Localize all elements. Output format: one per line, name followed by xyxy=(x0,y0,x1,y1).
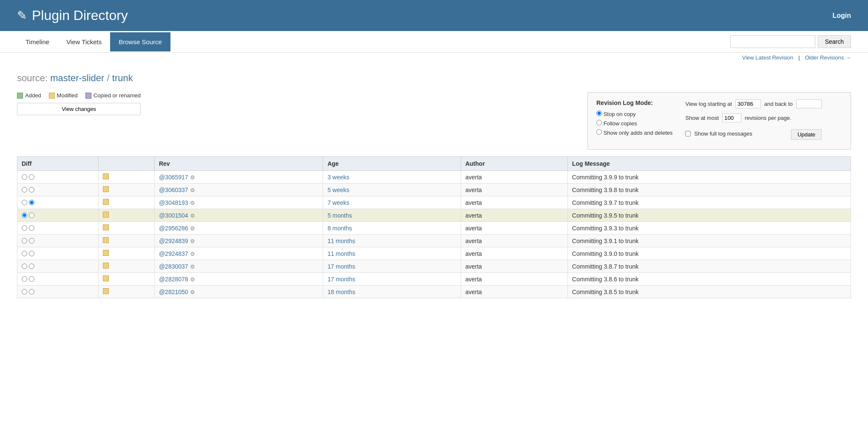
source-branch-link[interactable]: trunk xyxy=(112,73,133,83)
radio-from[interactable] xyxy=(22,187,27,193)
search-input[interactable] xyxy=(730,35,815,48)
age-link[interactable]: 8 months xyxy=(327,225,352,232)
gear-icon[interactable]: ⚙ xyxy=(190,212,195,219)
update-button[interactable]: Update xyxy=(791,129,822,140)
radio-follow-copies[interactable]: Follow copies xyxy=(596,120,672,127)
diff-radios xyxy=(22,212,94,218)
rev-cell: @3048193 ⚙ xyxy=(154,196,323,209)
revision-log-inner: Revision Log Mode: Stop on copy Follow c… xyxy=(596,99,842,142)
radio-to[interactable] xyxy=(29,200,34,205)
radio-follow-copies-input[interactable] xyxy=(596,120,602,125)
rev-link[interactable]: @3065917 xyxy=(159,174,188,181)
radio-to[interactable] xyxy=(29,251,34,256)
tab-browse-source[interactable]: Browse Source xyxy=(110,32,170,51)
tab-timeline[interactable]: Timeline xyxy=(17,32,58,51)
gear-icon[interactable]: ⚙ xyxy=(190,238,195,244)
diff-cell xyxy=(17,209,99,222)
radio-from[interactable] xyxy=(22,238,27,244)
radio-from[interactable] xyxy=(22,225,27,231)
radio-from[interactable] xyxy=(22,200,27,205)
age-link[interactable]: 17 months xyxy=(327,276,355,283)
age-link[interactable]: 11 months xyxy=(327,238,355,244)
author-cell: averta xyxy=(461,286,567,298)
radio-from[interactable] xyxy=(22,289,27,295)
rev-link[interactable]: @2828078 xyxy=(159,276,188,283)
gear-icon[interactable]: ⚙ xyxy=(190,225,195,232)
gear-icon[interactable]: ⚙ xyxy=(190,276,195,283)
rev-link[interactable]: @2830037 xyxy=(159,263,188,270)
rev-link[interactable]: @3060337 xyxy=(159,187,188,193)
rev-link[interactable]: @2924839 xyxy=(159,238,188,244)
radio-stop-on-copy[interactable]: Stop on copy xyxy=(596,110,672,117)
legend-added-box xyxy=(17,93,23,99)
table-row: @3001504 ⚙5 monthsavertaCommitting 3.9.5… xyxy=(17,209,851,222)
radio-from[interactable] xyxy=(22,276,27,282)
radio-only-adds-deletes[interactable]: Show only adds and deletes xyxy=(596,129,672,136)
col-diff: Diff xyxy=(17,157,99,171)
revisions-per-page-label: revisions per page. xyxy=(745,115,791,121)
radio-from[interactable] xyxy=(22,174,27,180)
view-changes-button[interactable]: View changes xyxy=(17,103,141,115)
revision-links: View Latest Revision | Older Revisions → xyxy=(0,53,868,64)
age-link[interactable]: 7 weeks xyxy=(327,199,349,206)
modified-icon xyxy=(103,263,109,269)
login-link[interactable]: Login xyxy=(832,12,851,20)
gear-icon[interactable]: ⚙ xyxy=(190,187,195,193)
diff-cell xyxy=(17,235,99,247)
modified-icon xyxy=(103,199,109,205)
icon-cell xyxy=(99,222,154,235)
table-header: Diff Rev Age Author Log Message xyxy=(17,157,851,171)
gear-icon[interactable]: ⚙ xyxy=(190,289,195,295)
rev-link[interactable]: @2924837 xyxy=(159,250,188,257)
radio-to[interactable] xyxy=(29,264,34,269)
rev-cell: @2821050 ⚙ xyxy=(154,286,323,298)
age-cell: 11 months xyxy=(323,247,461,260)
radio-from[interactable] xyxy=(22,251,27,256)
radio-to[interactable] xyxy=(29,187,34,193)
modified-icon xyxy=(103,288,109,294)
rev-link[interactable]: @2821050 xyxy=(159,289,188,295)
gear-icon[interactable]: ⚙ xyxy=(190,264,195,270)
age-link[interactable]: 11 months xyxy=(327,250,355,257)
gear-icon[interactable]: ⚙ xyxy=(190,251,195,257)
source-plugin-link[interactable]: master-slider xyxy=(50,73,104,83)
source-path: source: master-slider / trunk xyxy=(17,73,851,84)
view-log-input[interactable] xyxy=(735,99,761,108)
log-message-cell: Committing 3.8.7 to trunk xyxy=(567,260,851,273)
logo-icon: ✎ xyxy=(17,8,27,23)
age-link[interactable]: 17 months xyxy=(327,263,355,270)
rev-link[interactable]: @2956286 xyxy=(159,225,188,232)
age-link[interactable]: 5 months xyxy=(327,212,352,219)
radio-to[interactable] xyxy=(29,276,34,282)
show-full-log-checkbox[interactable] xyxy=(685,131,691,136)
age-link[interactable]: 3 weeks xyxy=(327,174,349,181)
radio-only-adds-deletes-input[interactable] xyxy=(596,129,602,135)
radio-to[interactable] xyxy=(29,225,34,231)
gear-icon[interactable]: ⚙ xyxy=(190,200,195,206)
radio-to[interactable] xyxy=(29,174,34,180)
radio-to[interactable] xyxy=(29,238,34,244)
radio-to[interactable] xyxy=(29,289,34,295)
radio-from[interactable] xyxy=(22,264,27,269)
diff-radios xyxy=(22,174,94,180)
gear-icon[interactable]: ⚙ xyxy=(190,174,195,181)
log-message-cell: Committing 3.8.6 to trunk xyxy=(567,273,851,286)
view-latest-revision-link[interactable]: View Latest Revision xyxy=(742,54,793,61)
radio-from[interactable] xyxy=(22,212,27,218)
tab-view-tickets[interactable]: View Tickets xyxy=(58,32,110,51)
age-link[interactable]: 18 months xyxy=(327,289,355,295)
show-at-most-input[interactable] xyxy=(722,113,741,122)
radio-to[interactable] xyxy=(29,212,34,218)
age-link[interactable]: 5 weeks xyxy=(327,187,349,193)
log-message-cell: Committing 3.8.5 to trunk xyxy=(567,286,851,298)
rev-link[interactable]: @3001504 xyxy=(159,212,188,219)
author-cell: averta xyxy=(461,184,567,196)
icon-cell xyxy=(99,273,154,286)
older-revisions-link[interactable]: Older Revisions → xyxy=(805,54,851,61)
settings-col: View log starting at and back to Show at… xyxy=(685,99,822,142)
and-back-to-input[interactable] xyxy=(796,99,822,108)
rev-link[interactable]: @3048193 xyxy=(159,199,188,206)
radio-stop-on-copy-input[interactable] xyxy=(596,110,602,116)
search-button[interactable]: Search xyxy=(818,35,851,48)
col-age: Age xyxy=(323,157,461,171)
